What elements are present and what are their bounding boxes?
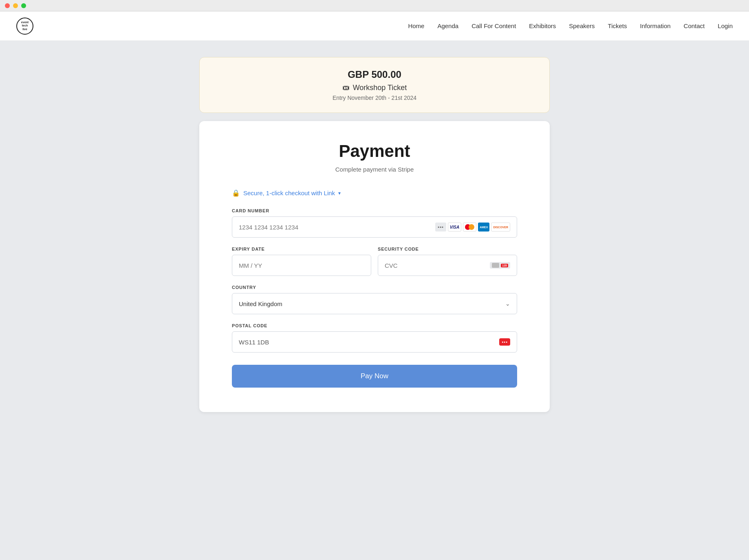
nav-link-contact[interactable]: Contact bbox=[684, 22, 705, 29]
nav-link-agenda[interactable]: Agenda bbox=[437, 22, 458, 29]
nav-link-speakers[interactable]: Speakers bbox=[569, 22, 595, 29]
security-code-field-group: SECURITY CODE 135 bbox=[378, 247, 517, 276]
lock-icon: 🔒 bbox=[232, 189, 240, 197]
cvc-input-wrapper[interactable]: 135 bbox=[378, 255, 517, 276]
content-area: GBP 500.00 🎟 Workshop Ticket Entry Novem… bbox=[191, 41, 558, 437]
secure-checkout-link[interactable]: 🔒 Secure, 1-click checkout with Link ▾ bbox=[232, 189, 517, 197]
ticket-dates: Entry November 20th - 21st 2024 bbox=[216, 95, 533, 101]
expiry-label: EXPIRY DATE bbox=[232, 247, 371, 251]
card-number-input[interactable] bbox=[239, 224, 435, 231]
navigation: event tech live Home Agenda Call For Con… bbox=[0, 11, 749, 41]
nav-link-home[interactable]: Home bbox=[408, 22, 424, 29]
amex-icon: AMEX bbox=[478, 223, 489, 231]
cvc-icon: 135 bbox=[490, 262, 510, 269]
ticket-name: 🎟 Workshop Ticket bbox=[216, 84, 533, 92]
nav-item-information[interactable]: Information bbox=[640, 22, 671, 30]
ticket-icon: 🎟 bbox=[342, 84, 350, 92]
country-value: United Kingdom bbox=[239, 300, 282, 307]
nav-item-agenda[interactable]: Agenda bbox=[437, 22, 458, 30]
payment-title: Payment bbox=[232, 141, 517, 161]
nav-link-information[interactable]: Information bbox=[640, 22, 671, 29]
nav-item-exhibitors[interactable]: Exhibitors bbox=[529, 22, 556, 30]
expiry-input-wrapper[interactable] bbox=[232, 255, 371, 276]
card-number-input-wrapper[interactable]: ••• VISA AMEX DISCOVER bbox=[232, 216, 517, 238]
postal-code-input[interactable] bbox=[239, 339, 499, 346]
nav-item-call-for-content[interactable]: Call For Content bbox=[471, 22, 516, 30]
country-select[interactable]: United Kingdom ⌄ bbox=[232, 293, 517, 314]
nav-links: Home Agenda Call For Content Exhibitors … bbox=[408, 22, 733, 30]
postal-dots-icon: ••• bbox=[499, 338, 510, 346]
payment-subtitle: Complete payment via Stripe bbox=[232, 166, 517, 173]
nav-item-speakers[interactable]: Speakers bbox=[569, 22, 595, 30]
ticket-summary-card: GBP 500.00 🎟 Workshop Ticket Entry Novem… bbox=[199, 57, 550, 113]
discover-icon: DISCOVER bbox=[491, 223, 510, 231]
postal-code-field-group: POSTAL CODE ••• bbox=[232, 323, 517, 353]
payment-card: Payment Complete payment via Stripe 🔒 Se… bbox=[199, 121, 550, 412]
cvc-input[interactable] bbox=[385, 262, 490, 269]
expiry-security-row: EXPIRY DATE SECURITY CODE 135 bbox=[232, 247, 517, 276]
nav-link-call-for-content[interactable]: Call For Content bbox=[471, 22, 516, 29]
logo: event tech live bbox=[16, 18, 33, 35]
secure-checkout-label: Secure, 1-click checkout with Link bbox=[243, 190, 335, 196]
logo-icon: event tech live bbox=[16, 18, 33, 35]
minimize-button[interactable] bbox=[13, 3, 18, 8]
security-code-label: SECURITY CODE bbox=[378, 247, 517, 251]
cvc-badge: 135 bbox=[501, 264, 508, 267]
card-number-field-group: CARD NUMBER ••• VISA AMEX DISCOVER bbox=[232, 208, 517, 238]
nav-item-login[interactable]: Login bbox=[718, 22, 733, 30]
maximize-button[interactable] bbox=[21, 3, 26, 8]
nav-link-tickets[interactable]: Tickets bbox=[608, 22, 627, 29]
cvc-card-shape bbox=[492, 263, 499, 268]
nav-item-contact[interactable]: Contact bbox=[684, 22, 705, 30]
nav-link-login[interactable]: Login bbox=[718, 22, 733, 29]
expiry-field-group: EXPIRY DATE bbox=[232, 247, 371, 276]
visa-icon: VISA bbox=[448, 223, 461, 231]
pay-now-button[interactable]: Pay Now bbox=[232, 365, 517, 388]
country-label: COUNTRY bbox=[232, 285, 517, 290]
postal-code-input-wrapper[interactable]: ••• bbox=[232, 331, 517, 353]
nav-item-home[interactable]: Home bbox=[408, 22, 424, 30]
mastercard-icon bbox=[463, 223, 476, 231]
mc-circle-right bbox=[469, 224, 474, 230]
country-field-group: COUNTRY United Kingdom ⌄ bbox=[232, 285, 517, 314]
ticket-name-text: Workshop Ticket bbox=[353, 84, 407, 92]
country-chevron-icon: ⌄ bbox=[505, 300, 510, 307]
chevron-down-icon: ▾ bbox=[338, 190, 341, 196]
postal-code-label: POSTAL CODE bbox=[232, 323, 517, 328]
nav-item-tickets[interactable]: Tickets bbox=[608, 22, 627, 30]
ticket-price: GBP 500.00 bbox=[216, 69, 533, 80]
nav-link-exhibitors[interactable]: Exhibitors bbox=[529, 22, 556, 29]
expiry-input[interactable] bbox=[239, 262, 364, 269]
titlebar bbox=[0, 0, 749, 11]
card-number-label: CARD NUMBER bbox=[232, 208, 517, 213]
page: event tech live Home Agenda Call For Con… bbox=[0, 11, 749, 547]
card-icons-group: ••• VISA AMEX DISCOVER bbox=[435, 223, 510, 231]
card-dots-icon: ••• bbox=[435, 223, 446, 231]
close-button[interactable] bbox=[5, 3, 10, 8]
logo-text: event tech live bbox=[21, 21, 29, 31]
